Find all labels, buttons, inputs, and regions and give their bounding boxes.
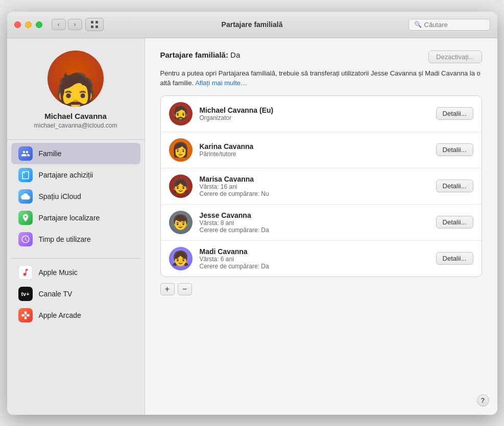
details-button-madi[interactable]: Detalii... [436,252,473,265]
family-icon [18,146,33,161]
search-icon: 🔍 [414,21,422,28]
member-info-madi: Madi Cavanna Vârsta: 6 ani Cerere de cum… [200,247,429,270]
sidebar-label-music: Apple Music [39,268,78,277]
sidebar: 🧔 Michael Cavanna michael_cavanna@icloud… [7,38,145,415]
section-value: Da [230,51,240,59]
add-member-button[interactable]: + [160,283,175,295]
member-role: Părinte/tutore [200,151,429,158]
svg-rect-0 [91,21,93,23]
arcade-icon [18,308,33,322]
user-email: michael_cavanna@icloud.com [34,122,117,129]
sidebar-item-arcade[interactable]: Apple Arcade [11,305,140,326]
sidebar-item-music[interactable]: Apple Music [11,262,140,283]
member-avatar-jesse: 👦 [169,211,193,234]
sidebar-label-achizitii: Partajare achiziții [39,171,93,179]
purchases-icon [18,168,33,182]
member-role: Vârsta: 8 ani [200,219,429,227]
screentime-icon [18,232,33,246]
traffic-lights [14,21,42,28]
main-panel: Partajare familială: Da Dezactivați... P… [145,38,497,415]
bottom-buttons: + − [160,283,482,295]
member-avatar-madi: 👧 [169,247,193,270]
sidebar-divider [7,139,145,140]
sidebar-nav: Familie Partajare achiziții [7,143,145,326]
member-row: 👧 Madi Cavanna Vârsta: 6 ani Cerere de c… [161,241,482,277]
sidebar-item-achizitii[interactable]: Partajare achiziții [11,164,140,186]
member-info-jesse: Jesse Cavanna Vârsta: 8 ani Cerere de cu… [200,211,429,234]
sidebar-item-screentime[interactable]: Timp de utilizare [11,229,140,250]
details-button-jesse[interactable]: Detalii... [436,216,473,229]
member-info-marisa: Marisa Cavanna Vârsta: 16 ani Cerere de … [200,175,429,197]
details-button-marisa[interactable]: Detalii... [436,180,473,192]
user-name: Michael Cavanna [44,112,107,120]
member-name: Karina Cavanna [200,142,429,151]
remove-member-button[interactable]: − [178,283,192,295]
member-role: Vârsta: 16 ani [200,183,429,190]
app-window: ‹ › Partajare familială 🔍 🧔 Michael Cava… [7,12,497,415]
details-button-karina[interactable]: Detalii... [436,143,473,156]
sidebar-label-localizare: Partajare localizare [39,214,100,222]
svg-rect-2 [91,26,93,28]
svg-rect-3 [95,26,98,28]
music-icon [18,265,33,280]
member-row: 🧔 Michael Cavanna (Eu) Organizator Detal… [161,96,482,132]
search-box[interactable]: 🔍 [409,19,490,31]
avatar: 🧔 [47,51,104,107]
member-info-michael: Michael Cavanna (Eu) Organizator [200,106,429,121]
deactivate-button[interactable]: Dezactivați... [428,51,482,63]
sidebar-label-icloud: Spațiu iCloud [39,192,81,201]
close-button[interactable] [14,21,21,28]
member-name: Michael Cavanna (Eu) [200,106,429,114]
section-title: Partajare familială: Da [160,51,241,59]
member-name: Jesse Cavanna [200,211,429,219]
member-row: 👦 Jesse Cavanna Vârsta: 8 ani Cerere de … [161,205,482,241]
grid-button[interactable] [85,18,104,31]
svg-rect-1 [95,21,98,23]
member-name: Marisa Cavanna [200,175,429,183]
member-purchase-request: Cerere de cumpărare: Da [200,227,429,234]
search-input[interactable] [424,21,485,29]
minimize-button[interactable] [25,21,32,28]
sidebar-label-tv: Canale TV [39,290,73,298]
member-purchase-request: Cerere de cumpărare: Nu [200,190,429,197]
sidebar-label-arcade: Apple Arcade [39,311,81,319]
member-role: Vârsta: 6 ani [200,256,429,263]
member-info-karina: Karina Cavanna Părinte/tutore [200,142,429,158]
member-row: 👧 Marisa Cavanna Vârsta: 16 ani Cerere d… [161,168,482,205]
section-label: Partajare familială: [160,51,228,59]
member-purchase-request: Cerere de cumpărare: Da [200,263,429,270]
back-button[interactable]: ‹ [52,19,66,30]
member-avatar-karina: 👩 [169,138,193,162]
sidebar-label-familie: Familie [39,149,62,158]
maximize-button[interactable] [36,21,42,28]
member-name: Madi Cavanna [200,247,429,256]
content-area: 🧔 Michael Cavanna michael_cavanna@icloud… [7,38,497,415]
window-title: Partajare familială [222,20,283,29]
details-button-michael[interactable]: Detalii... [436,107,473,120]
help-button[interactable]: ? [477,394,489,407]
sidebar-item-localizare[interactable]: Partajare localizare [11,207,140,229]
section-header: Partajare familială: Da Dezactivați... [160,51,482,63]
nav-buttons: ‹ › [52,19,82,30]
sidebar-item-familie[interactable]: Familie [11,143,140,164]
main-wrapper: Partajare familială: Da Dezactivați... P… [145,38,497,415]
titlebar: ‹ › Partajare familială 🔍 [7,12,497,38]
member-role: Organizator [200,114,429,121]
sidebar-label-screentime: Timp de utilizare [39,235,91,243]
member-row: 👩 Karina Cavanna Părinte/tutore Detalii.… [161,132,482,168]
avatar-icon: 🧔 [53,74,99,107]
icloud-icon [18,189,33,204]
description: Pentru a putea opri Partajarea familială… [160,68,482,88]
sidebar-item-tv[interactable]: tv+ Canale TV [11,283,140,305]
member-avatar-marisa: 👧 [169,174,193,198]
learn-more-link[interactable]: Aflați mai multe… [195,79,247,87]
appletv-icon: tv+ [18,287,33,301]
forward-button[interactable]: › [68,19,82,30]
member-avatar-michael: 🧔 [169,102,193,126]
sidebar-item-icloud[interactable]: Spațiu iCloud [11,186,140,207]
location-icon [18,211,33,225]
members-list: 🧔 Michael Cavanna (Eu) Organizator Detal… [160,95,482,277]
